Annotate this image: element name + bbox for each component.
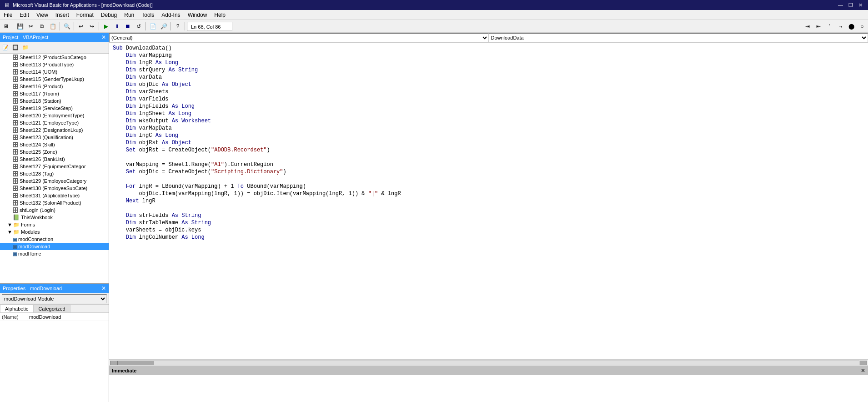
minimize-button[interactable]: — (836, 2, 845, 8)
tree-item-label: modHome (18, 251, 41, 256)
sheet-icon (13, 127, 18, 133)
sheet-icon (13, 91, 18, 96)
tree-item-label: Sheet123 (Qualification) (20, 135, 73, 140)
tree-item-modules-folder[interactable]: ▼ 📁 Modules (0, 228, 109, 236)
run-btn[interactable]: ▶ (101, 21, 111, 31)
scroll-thumb[interactable] (118, 361, 154, 365)
menu-file[interactable]: File (0, 11, 16, 19)
project-tree: Sheet112 (ProductSubCatego Sheet113 (Pro… (0, 54, 109, 283)
menu-addins[interactable]: Add-Ins (158, 11, 184, 19)
project-panel-close[interactable]: ✕ (101, 34, 106, 40)
title-bar: 🖥 Microsoft Visual Basic for Application… (0, 0, 868, 10)
scroll-left-btn[interactable] (110, 361, 117, 365)
maximize-button[interactable]: ❐ (847, 2, 855, 8)
paste-btn[interactable]: 📋 (48, 21, 58, 31)
menu-run[interactable]: Run (120, 11, 138, 19)
menu-window[interactable]: Window (184, 11, 211, 19)
menu-format[interactable]: Format (73, 11, 97, 19)
reset-btn[interactable]: ↺ (134, 21, 144, 31)
tree-item-sheet123[interactable]: Sheet123 (Qualification) (0, 134, 109, 141)
tree-item-sheet128[interactable]: Sheet128 (Tag) (0, 170, 109, 177)
copy-btn[interactable]: ⧉ (37, 21, 47, 31)
tree-item-modhome[interactable]: ▣ modHome (0, 250, 109, 257)
tree-item-sheet112[interactable]: Sheet112 (ProductSubCatego (0, 54, 109, 61)
tree-item-label: Sheet114 (UOM) (20, 69, 57, 75)
menu-insert[interactable]: Insert (52, 11, 73, 19)
tree-item-sheet117[interactable]: Sheet117 (Room) (0, 90, 109, 97)
toggle-bkpt-btn[interactable]: ⬤ (846, 21, 856, 31)
menu-view[interactable]: View (33, 11, 52, 19)
comment-btn[interactable]: ' (824, 21, 834, 31)
tree-item-sheet118[interactable]: Sheet118 (Station) (0, 97, 109, 105)
toolbar-sep-6 (171, 22, 171, 30)
clear-bkpt-btn[interactable]: ○ (857, 21, 867, 31)
tree-item-sheet122[interactable]: Sheet122 (DesignationLkup) (0, 126, 109, 134)
tree-item-label: Sheet130 (EmployeeSubCate) (20, 186, 87, 191)
tree-item-label: ThisWorkbook (21, 215, 53, 220)
stop-btn[interactable]: ⏹ (123, 21, 133, 31)
tree-item-sheet129[interactable]: Sheet129 (EmployeeCategory (0, 177, 109, 185)
immediate-panel-close[interactable]: ✕ (861, 367, 865, 374)
tree-item-label: Sheet125 (Zone) (20, 149, 57, 155)
view-object-btn[interactable]: 🔲 (11, 43, 20, 52)
menu-tools[interactable]: Tools (138, 11, 158, 19)
tree-item-sheet130[interactable]: Sheet130 (EmployeeSubCate) (0, 185, 109, 192)
immediate-content[interactable] (109, 375, 868, 402)
tree-item-sheet113[interactable]: Sheet113 (ProductType) (0, 61, 109, 68)
tree-item-sheet114[interactable]: Sheet114 (UOM) (0, 68, 109, 75)
code-horizontal-scrollbar[interactable] (109, 359, 868, 366)
tree-item-sheet121[interactable]: Sheet121 (EmployeeType) (0, 119, 109, 126)
scroll-track[interactable] (117, 361, 860, 365)
code-editor[interactable]: Sub DownloadData() Dim varMapping Dim ln… (109, 43, 868, 359)
properties-panel-close[interactable]: ✕ (101, 285, 106, 291)
tree-item-sheet125[interactable]: Sheet125 (Zone) (0, 148, 109, 156)
uncomment-btn[interactable]: ¬ (835, 21, 845, 31)
close-button[interactable]: ✕ (857, 2, 864, 8)
tree-item-label: modDownload (18, 244, 50, 249)
tree-item-sheet120[interactable]: Sheet120 (EmploymentType) (0, 112, 109, 119)
code-content: Sub DownloadData() Dim varMapping Dim ln… (109, 43, 868, 243)
tab-categorized[interactable]: Categorized (33, 305, 70, 312)
tree-item-shtlogin[interactable]: shtLogin (Login) (0, 206, 109, 214)
break-btn[interactable]: ⏸ (112, 21, 122, 31)
cut-btn[interactable]: ✂ (26, 21, 36, 31)
tree-item-sheet124[interactable]: Sheet124 (Skill) (0, 141, 109, 148)
tree-item-moddownload[interactable]: ▣ modDownload (0, 243, 109, 250)
tree-item-sheet131[interactable]: Sheet131 (ApplicableType) (0, 192, 109, 199)
tree-item-sheet115[interactable]: Sheet115 (GenderTypeLkup) (0, 75, 109, 83)
tree-item-sheet119[interactable]: Sheet119 (ServiceStep) (0, 105, 109, 112)
tree-item-forms-folder[interactable]: ▼ 📁 Forms (0, 221, 109, 228)
toggle-folders-btn[interactable]: 📁 (21, 43, 30, 52)
undo-btn[interactable]: ↩ (76, 21, 86, 31)
view-code-btn[interactable]: 📝 (1, 43, 10, 52)
module-type-select[interactable]: modDownload Module (2, 294, 107, 303)
tree-item-sheet126[interactable]: Sheet126 (BankList) (0, 156, 109, 163)
tree-item-thisworkbook[interactable]: 📗 ThisWorkbook (0, 214, 109, 221)
menu-edit[interactable]: Edit (16, 11, 33, 19)
module-icon: ▣ (13, 237, 17, 242)
find-btn[interactable]: 🔍 (62, 21, 72, 31)
menu-help[interactable]: Help (211, 11, 229, 19)
scroll-right-btn[interactable] (860, 361, 867, 365)
props-key-name: (Name) (0, 313, 27, 321)
userform-btn[interactable]: 📄 (148, 21, 158, 31)
indent-btn[interactable]: ⇥ (803, 21, 813, 31)
tree-item-modconnection[interactable]: ▣ modConnection (0, 236, 109, 243)
tab-alphabetic[interactable]: Alphabetic (0, 305, 33, 312)
menu-debug[interactable]: Debug (97, 11, 120, 19)
outdent-btn[interactable]: ⇤ (813, 21, 823, 31)
save-btn[interactable]: 💾 (15, 21, 25, 31)
project-panel-toolbar: 📝 🔲 📁 (0, 42, 109, 54)
redo-btn[interactable]: ↪ (87, 21, 97, 31)
objectbrowser-btn[interactable]: 🔎 (159, 21, 169, 31)
app-icon-btn[interactable]: 🖥 (1, 21, 11, 31)
right-panel: (General) DownloadData Sub DownloadData(… (109, 33, 868, 402)
tree-item-sheet127[interactable]: Sheet127 (EquipmentCategor (0, 163, 109, 170)
tree-item-sheet132[interactable]: Sheet132 (SalonAllProduct) (0, 199, 109, 206)
tree-item-label: Sheet112 (ProductSubCatego (20, 55, 86, 60)
tree-item-sheet116[interactable]: Sheet116 (Product) (0, 83, 109, 90)
context-dropdown[interactable]: (General) (109, 33, 489, 42)
help-btn[interactable]: ? (173, 21, 183, 31)
sheet-icon (13, 207, 18, 213)
procedure-dropdown[interactable]: DownloadData (489, 33, 868, 42)
